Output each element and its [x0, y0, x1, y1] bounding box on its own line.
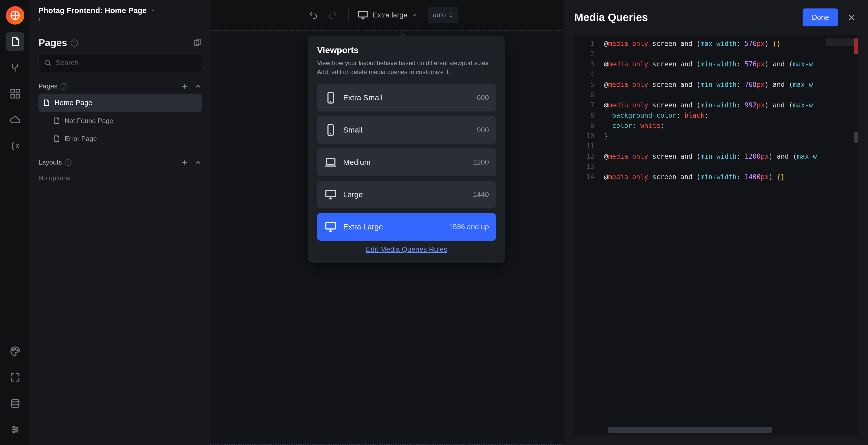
plus-icon[interactable] — [181, 83, 189, 90]
tree-item-error[interactable]: Error Page — [38, 130, 202, 148]
viewport-value: 1536 and up — [449, 223, 489, 231]
redo-button[interactable] — [326, 8, 340, 22]
page-icon — [53, 117, 61, 125]
chevron-down-icon[interactable] — [150, 8, 155, 13]
panel-title: Pages — [38, 37, 67, 49]
close-icon — [847, 13, 856, 22]
viewport-item-large[interactable]: Large 1440 — [317, 181, 496, 209]
svg-point-8 — [11, 400, 19, 402]
error-marker — [854, 38, 858, 54]
device-selector[interactable]: Extra large — [357, 9, 417, 21]
svg-point-14 — [45, 60, 50, 65]
layouts-empty: No options — [38, 172, 202, 184]
svg-point-5 — [12, 350, 13, 351]
svg-rect-19 — [326, 190, 336, 197]
chevron-up-icon[interactable] — [194, 159, 202, 166]
svg-point-7 — [17, 350, 18, 351]
panel-title: Media Queries — [574, 11, 648, 24]
popover-description: View how your layout behave based on dif… — [317, 59, 496, 77]
desktop-icon — [357, 9, 369, 21]
media-queries-panel: Media Queries Done 1234567891011121314 @… — [564, 0, 868, 445]
search-input-wrap — [38, 54, 202, 72]
viewport-value: 600 — [477, 94, 489, 102]
chevron-up-icon[interactable] — [194, 83, 202, 90]
search-input[interactable] — [56, 59, 196, 67]
page-icon — [42, 99, 50, 107]
width-value: auto — [433, 11, 446, 19]
svg-point-11 — [12, 431, 14, 433]
svg-rect-15 — [359, 11, 367, 17]
tree-item-home[interactable]: Home Page — [38, 94, 202, 112]
viewport-name: Large — [343, 190, 363, 199]
code-editor[interactable]: 1234567891011121314 @media only screen a… — [574, 35, 858, 435]
tree-item-notfound[interactable]: Not Found Page — [38, 112, 202, 130]
help-icon[interactable]: ? — [61, 83, 67, 90]
scroll-marker — [854, 132, 858, 142]
rail-settings[interactable] — [6, 420, 24, 439]
viewport-value: 900 — [477, 126, 489, 134]
device-label: Extra large — [373, 11, 407, 19]
code-content[interactable]: @media only screen and (max-width: 576px… — [599, 35, 858, 182]
edit-media-queries-link[interactable]: Edit Media Queries Rules — [317, 245, 496, 254]
viewport-item-extra-small[interactable]: Extra Small 600 — [317, 84, 496, 112]
layouts-list: No options — [30, 172, 210, 184]
svg-rect-2 — [16, 90, 19, 93]
stepper-up-icon[interactable] — [449, 12, 453, 15]
horizontal-scrollbar[interactable] — [608, 427, 772, 433]
tree-item-label: Error Page — [65, 135, 97, 143]
done-button[interactable]: Done — [803, 8, 838, 26]
desktop-icon — [324, 220, 337, 233]
minimap[interactable] — [826, 38, 854, 54]
plus-icon[interactable] — [181, 159, 189, 166]
search-icon — [44, 59, 52, 67]
pages-section-label: Pages — [38, 82, 58, 90]
chevron-down-icon — [411, 12, 417, 18]
svg-point-6 — [14, 348, 16, 349]
undo-button[interactable] — [306, 8, 320, 22]
viewport-item-medium[interactable]: Medium 1200 — [317, 149, 496, 176]
help-icon[interactable]: ? — [65, 159, 71, 166]
viewports-popover: Viewports View how your layout behave ba… — [308, 36, 505, 263]
rail-theme[interactable] — [6, 342, 24, 360]
sidebar: Photag Frontend: Home Page / Pages ? Pag… — [30, 0, 210, 445]
phone-icon — [324, 124, 337, 136]
app-logo[interactable] — [6, 6, 24, 25]
project-header: Photag Frontend: Home Page / — [30, 0, 210, 30]
rail-branches[interactable] — [6, 58, 24, 77]
desktop-icon — [324, 188, 337, 201]
project-path: / — [38, 16, 202, 24]
viewport-value: 1440 — [473, 190, 489, 199]
svg-rect-20 — [326, 222, 336, 229]
svg-point-9 — [12, 426, 14, 428]
viewport-value: 1200 — [473, 158, 489, 166]
rail-components[interactable] — [6, 85, 24, 103]
viewport-item-small[interactable]: Small 900 — [317, 116, 496, 144]
rail-data[interactable] — [6, 394, 24, 413]
panel-header: Media Queries Done — [564, 0, 868, 35]
stepper-down-icon[interactable] — [449, 15, 453, 18]
pages-tree: Home Page Not Found Page Error Page — [30, 94, 210, 148]
rail-pages[interactable] — [6, 32, 24, 51]
popover-title: Viewports — [317, 45, 496, 55]
divider — [348, 8, 349, 22]
close-button[interactable] — [845, 11, 858, 24]
project-title[interactable]: Photag Frontend: Home Page — [38, 6, 147, 15]
help-icon[interactable]: ? — [71, 39, 78, 46]
width-stepper[interactable]: auto — [428, 7, 458, 23]
rail-cloud[interactable] — [6, 111, 24, 129]
viewport-item-extra-large[interactable]: Extra Large 1536 and up — [317, 213, 496, 241]
duplicate-icon[interactable] — [193, 38, 202, 48]
rail-functions[interactable] — [6, 137, 24, 155]
viewport-name: Medium — [343, 158, 371, 167]
viewport-name: Extra Large — [343, 222, 383, 231]
svg-point-10 — [16, 428, 17, 431]
rail-expand[interactable] — [6, 368, 24, 387]
layouts-section-header: Layouts ? — [30, 153, 210, 170]
tree-item-label: Not Found Page — [65, 117, 113, 125]
line-gutter: 1234567891011121314 — [574, 35, 599, 182]
svg-rect-3 — [11, 95, 14, 98]
page-icon — [53, 135, 61, 142]
svg-rect-4 — [16, 95, 19, 98]
phone-icon — [324, 91, 337, 104]
tree-item-label: Home Page — [54, 99, 92, 107]
